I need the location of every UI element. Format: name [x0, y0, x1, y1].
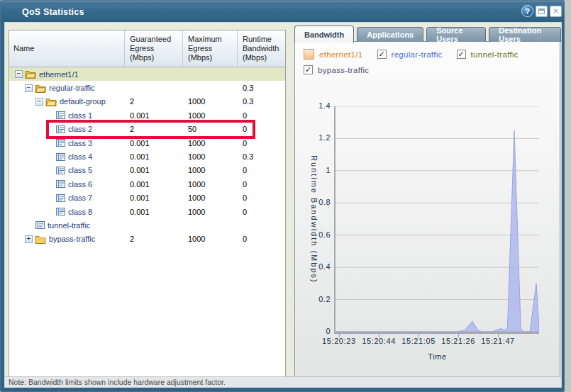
- table-row-class-5[interactable]: class 50.00110000: [9, 164, 285, 177]
- column-header-runtime-bandwidth: Runtime Bandwidth (Mbps): [238, 30, 285, 67]
- node-label[interactable]: bypass-traffic: [49, 235, 95, 243]
- node-label[interactable]: class 7: [68, 194, 92, 202]
- cell-runtime: 0: [238, 180, 285, 189]
- table-row-class-2[interactable]: class 22500: [9, 123, 285, 136]
- table-row-class-6[interactable]: class 60.00110000: [9, 177, 285, 191]
- table-row-regular-traffic[interactable]: −regular-traffic0.3: [9, 81, 285, 94]
- legend-item-tunnel-traffic: ✓tunnel-traffic: [457, 49, 519, 60]
- node-label[interactable]: class 5: [68, 166, 92, 174]
- legend-item-regular-traffic: ✓regular-traffic: [377, 49, 443, 60]
- table-row-class-3[interactable]: class 30.00110000: [9, 136, 285, 150]
- table-row-default-group[interactable]: −default-group210000.3: [9, 95, 285, 108]
- table-row-class-1[interactable]: class 10.00110000: [9, 108, 285, 122]
- tab-applications[interactable]: Applications: [357, 27, 423, 42]
- cell-runtime: 0: [238, 235, 285, 243]
- y-axis-tick-label: 1.4: [295, 101, 331, 110]
- tab-destination-users[interactable]: Destination Users: [489, 27, 561, 42]
- y-axis-tick-label: 0.6: [295, 230, 331, 239]
- note-text: Note: Bandwidth limits shown include har…: [5, 378, 226, 386]
- node-label[interactable]: class 8: [68, 208, 92, 216]
- node-label[interactable]: ethernet1/1: [39, 70, 79, 79]
- y-axis-tick-label: 1: [295, 166, 331, 174]
- tab-source-users[interactable]: Source Users: [426, 27, 486, 42]
- y-axis-tick-label: 1.2: [295, 133, 331, 142]
- node-label[interactable]: tunnel-traffic: [48, 221, 90, 230]
- cell-maximum: 1000: [183, 194, 238, 202]
- tab-bandwidth[interactable]: Bandwidth: [294, 26, 354, 43]
- cell-runtime: 0.3: [238, 84, 285, 92]
- titlebar[interactable]: QoS Statistics ? ✕: [1, 1, 564, 22]
- class-doc-icon: [56, 166, 65, 175]
- cell-runtime: 0.3: [238, 152, 285, 161]
- table-row-class-4[interactable]: class 40.00110000.3: [9, 150, 285, 163]
- restore-icon[interactable]: [536, 6, 548, 17]
- expand-icon[interactable]: +: [25, 235, 33, 243]
- cell-runtime: 0.3: [238, 97, 285, 106]
- node-label[interactable]: class 1: [68, 111, 92, 120]
- cell-guaranteed: 0.001: [125, 180, 183, 189]
- cell-maximum: 1000: [183, 97, 238, 106]
- legend-checkbox[interactable]: ✓: [377, 50, 387, 59]
- table-row-ethernet1-1[interactable]: −ethernet1/1: [9, 67, 285, 81]
- cell-guaranteed: 0.001: [125, 152, 183, 161]
- collapse-icon[interactable]: −: [25, 84, 33, 92]
- collapse-icon[interactable]: −: [35, 98, 43, 106]
- folder-open-icon: [45, 97, 57, 106]
- y-axis-tick-label: 0: [295, 327, 331, 335]
- cell-runtime: 0: [238, 166, 285, 174]
- legend-label: tunnel-traffic: [471, 50, 519, 59]
- table-body: −ethernet1/1−regular-traffic0.3−default-…: [9, 67, 285, 376]
- y-axis-tick-label: 0.4: [295, 262, 331, 271]
- node-label[interactable]: class 3: [68, 139, 92, 147]
- tab-strip: Bandwidth Applications Source Users Dest…: [294, 25, 561, 42]
- help-icon[interactable]: ?: [521, 5, 533, 17]
- restore-glyph: [538, 9, 545, 14]
- node-label[interactable]: class 4: [68, 152, 92, 161]
- close-icon[interactable]: ✕: [550, 6, 562, 17]
- cell-maximum: 1000: [183, 152, 238, 161]
- y-axis-tick-label: 0.2: [295, 295, 331, 303]
- cell-guaranteed: 2: [125, 97, 183, 106]
- class-doc-icon: [35, 220, 45, 230]
- cell-maximum: 50: [183, 125, 238, 133]
- folder-closed-icon: [35, 235, 46, 244]
- legend-checkbox[interactable]: ✓: [457, 50, 466, 59]
- class-doc-icon: [56, 111, 65, 120]
- node-label[interactable]: default-group: [60, 97, 106, 106]
- column-header-name: Name: [9, 30, 125, 67]
- legend-label: bypass-traffic: [318, 66, 369, 74]
- window-title: QoS Statistics: [1, 7, 84, 17]
- table-row-class-8[interactable]: class 80.00110000: [9, 205, 285, 218]
- table-row-bypass-traffic[interactable]: +bypass-traffic210000: [9, 233, 285, 246]
- collapse-icon[interactable]: −: [15, 70, 23, 78]
- cell-runtime: 0: [238, 125, 285, 133]
- cell-maximum: 1000: [183, 208, 238, 216]
- chart-legend: ethernet1/1✓regular-traffic✓tunnel-traff…: [304, 49, 559, 74]
- table-row-tunnel-traffic[interactable]: tunnel-traffic: [9, 218, 285, 232]
- cell-guaranteed: 0.001: [125, 166, 183, 174]
- legend-label: ethernet1/1: [319, 50, 363, 59]
- legend-label: regular-traffic: [392, 50, 443, 59]
- legend-checkbox[interactable]: ✓: [304, 65, 313, 74]
- node-label[interactable]: class 2: [68, 125, 92, 133]
- cell-runtime: 0: [238, 208, 285, 216]
- node-label[interactable]: regular-traffic: [49, 84, 95, 92]
- class-doc-icon: [56, 152, 65, 162]
- x-axis-tick-label: 15:21:05: [401, 337, 436, 345]
- bandwidth-panel: ethernet1/1✓regular-traffic✓tunnel-traff…: [294, 41, 560, 378]
- class-doc-icon: [56, 179, 65, 189]
- dialog-content: Name Guaranteed Egress (Mbps) Maximum Eg…: [4, 22, 562, 388]
- cell-guaranteed: 0.001: [125, 194, 183, 202]
- x-axis-tick-label: 15:20:23: [322, 337, 356, 345]
- cell-guaranteed: 2: [125, 125, 183, 133]
- note-bar: Note: Bandwidth limits shown include har…: [5, 376, 561, 387]
- node-label[interactable]: class 6: [68, 180, 92, 189]
- cell-runtime: 0: [238, 111, 285, 120]
- class-doc-icon: [56, 207, 65, 216]
- qos-tree-table: Name Guaranteed Egress (Mbps) Maximum Eg…: [9, 30, 286, 377]
- legend-item-bypass-traffic: ✓bypass-traffic: [304, 65, 369, 74]
- x-axis-title: Time: [336, 352, 539, 361]
- interface-color-swatch[interactable]: [304, 49, 314, 60]
- class-doc-icon: [56, 194, 65, 203]
- table-row-class-7[interactable]: class 70.00110000: [9, 191, 285, 205]
